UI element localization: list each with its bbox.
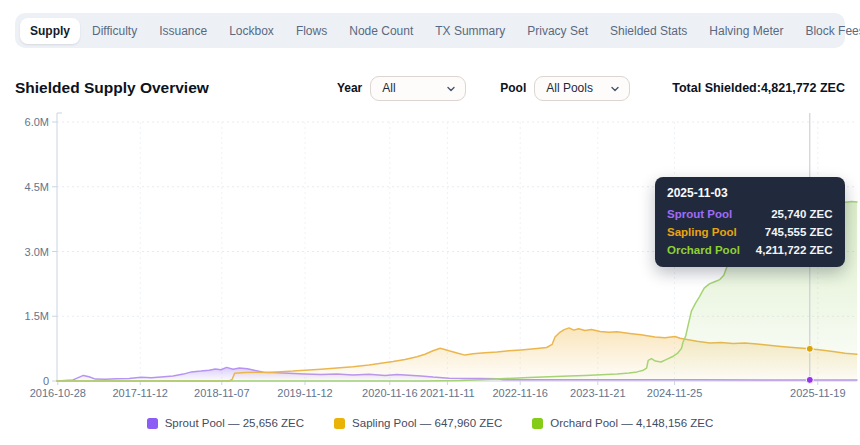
x-tick-label: 2016-10-28 xyxy=(30,387,86,399)
tooltip-row: Orchard Pool4,211,722 ZEC xyxy=(667,242,833,260)
x-tick-label: 2019-11-12 xyxy=(277,387,332,399)
pool-select[interactable]: All Pools xyxy=(534,76,630,101)
tab-node-count[interactable]: Node Count xyxy=(339,18,423,44)
tab-shielded-stats[interactable]: Shielded Stats xyxy=(600,18,697,44)
top-tab-bar: SupplyDifficultyIssuanceLockboxFlowsNode… xyxy=(15,13,845,48)
legend-swatch-icon xyxy=(334,418,345,429)
tab-tx-summary[interactable]: TX Summary xyxy=(425,18,515,44)
chevron-down-icon xyxy=(446,83,456,93)
tooltip-row: Sapling Pool745,555 ZEC xyxy=(667,224,833,242)
total-shielded-value: 4,821,772 ZEC xyxy=(761,81,845,95)
legend-swatch-icon xyxy=(147,418,158,429)
tab-halving-meter[interactable]: Halving Meter xyxy=(699,18,793,44)
y-tick-label: 0 xyxy=(43,375,49,387)
year-select-value: All xyxy=(382,81,395,95)
pool-filter-label: Pool xyxy=(500,81,526,95)
legend-label: Orchard Pool — 4,148,156 ZEC xyxy=(550,417,713,429)
legend-label: Sapling Pool — 647,960 ZEC xyxy=(352,417,502,429)
tab-block-fees[interactable]: Block Fees xyxy=(795,18,860,44)
tooltip-row: Sprout Pool25,740 ZEC xyxy=(667,206,833,224)
x-tick-label: 2025-11-19 xyxy=(790,387,845,399)
legend-item[interactable]: Sapling Pool — 647,960 ZEC xyxy=(334,417,502,429)
tooltip-date: 2025-11-03 xyxy=(667,186,833,200)
x-tick-label: 2021-11-11 xyxy=(420,387,475,399)
hover-dot-sapling-pool xyxy=(806,345,813,352)
year-select[interactable]: All xyxy=(370,76,466,101)
tooltip-series-value: 25,740 ZEC xyxy=(771,206,832,224)
y-tick-label: 6.0M xyxy=(25,116,49,128)
legend-item[interactable]: Sprout Pool — 25,656 ZEC xyxy=(147,417,304,429)
tab-issuance[interactable]: Issuance xyxy=(149,18,217,44)
x-tick-label: 2018-11-07 xyxy=(194,387,249,399)
tooltip-series-label: Sprout Pool xyxy=(667,206,732,224)
chevron-down-icon xyxy=(610,83,620,93)
tab-difficulty[interactable]: Difficulty xyxy=(82,18,147,44)
tab-lockbox[interactable]: Lockbox xyxy=(219,18,284,44)
tooltip-series-label: Orchard Pool xyxy=(667,242,740,260)
legend-label: Sprout Pool — 25,656 ZEC xyxy=(165,417,304,429)
y-tick-label: 1.5M xyxy=(25,310,49,322)
page-title: Shielded Supply Overview xyxy=(15,79,209,97)
x-tick-label: 2020-11-16 xyxy=(362,387,417,399)
tab-flows[interactable]: Flows xyxy=(286,18,337,44)
chart-legend: Sprout Pool — 25,656 ZECSapling Pool — 6… xyxy=(0,417,860,429)
tab-privacy-set[interactable]: Privacy Set xyxy=(517,18,598,44)
chart-header: Shielded Supply Overview Year All Pool A… xyxy=(15,74,845,102)
dashboard-page: SupplyDifficultyIssuanceLockboxFlowsNode… xyxy=(0,0,860,445)
hover-dot-sprout-pool xyxy=(806,376,813,383)
total-shielded: Total Shielded:4,821,772 ZEC xyxy=(672,81,845,95)
x-tick-label: 2022-11-16 xyxy=(492,387,547,399)
tooltip-series-label: Sapling Pool xyxy=(667,224,737,242)
total-shielded-label: Total Shielded: xyxy=(672,81,761,95)
tooltip-series-value: 4,211,722 ZEC xyxy=(756,242,833,260)
legend-item[interactable]: Orchard Pool — 4,148,156 ZEC xyxy=(532,417,713,429)
y-tick-label: 4.5M xyxy=(25,181,49,193)
tooltip-rows: Sprout Pool25,740 ZECSapling Pool745,555… xyxy=(667,206,833,259)
year-filter-label: Year xyxy=(337,81,362,95)
x-tick-label: 2024-11-25 xyxy=(647,387,702,399)
y-tick-label: 3.0M xyxy=(25,246,49,258)
x-tick-label: 2017-11-12 xyxy=(112,387,167,399)
tooltip-series-value: 745,555 ZEC xyxy=(765,224,833,242)
tab-supply[interactable]: Supply xyxy=(20,18,80,44)
chart-tooltip: 2025-11-03 Sprout Pool25,740 ZECSapling … xyxy=(655,177,845,267)
legend-swatch-icon xyxy=(532,418,543,429)
pool-select-value: All Pools xyxy=(546,81,593,95)
x-tick-label: 2023-11-21 xyxy=(570,387,625,399)
